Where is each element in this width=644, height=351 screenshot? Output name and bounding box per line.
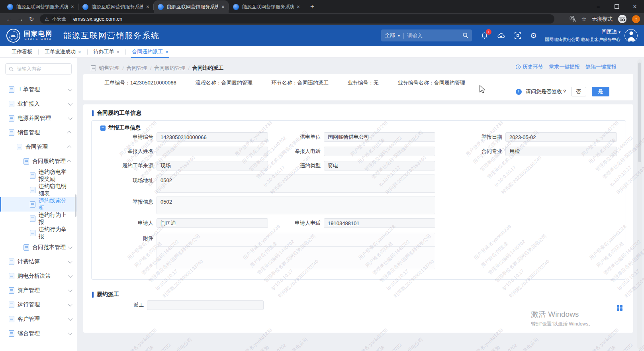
field-input[interactable]: 闫匡迪 xyxy=(157,218,268,228)
sidebar-item-销售管理[interactable]: 销售管理 xyxy=(0,125,77,140)
attachment-area[interactable] xyxy=(157,233,435,269)
field-textarea[interactable]: 0502 xyxy=(157,175,435,193)
form-field: 举报人电话 xyxy=(262,147,435,156)
field-input[interactable]: 2023-05-02 xyxy=(505,132,617,142)
gear-icon[interactable]: ⚙ xyxy=(530,32,537,39)
sidebar-item-违约行为上报[interactable]: 违约行为上报 xyxy=(0,212,77,226)
sidebar-item-计费结算[interactable]: 计费结算 xyxy=(0,255,77,269)
minimize-icon[interactable] xyxy=(589,0,607,13)
sidebar-item-合同管理[interactable]: 合同管理 xyxy=(0,140,77,154)
browser-tab[interactable]: 能源互联网营销服务系统 xyxy=(154,0,229,13)
page-tab[interactable]: 待办工单 xyxy=(88,46,126,57)
field-label: 违约类型 xyxy=(262,162,324,169)
page-tab-label: 工单发送成功 xyxy=(45,48,76,55)
security-warning-icon xyxy=(45,16,49,22)
back-icon[interactable] xyxy=(4,16,14,22)
maximize-icon[interactable] xyxy=(607,0,626,13)
toolbar-right: 无痕模式 xyxy=(570,14,640,24)
collapse-minus-icon[interactable] xyxy=(100,125,106,131)
field-input[interactable] xyxy=(324,147,435,156)
quick-link[interactable]: 缺陷一键提报 xyxy=(585,63,617,71)
chevron-down-icon xyxy=(68,288,72,292)
document-icon xyxy=(17,144,22,150)
sidebar-item-label: 业扩接入 xyxy=(18,100,40,108)
new-tab-button[interactable]: + xyxy=(307,2,317,12)
page-tab[interactable]: 工作看板 xyxy=(6,46,38,57)
reload-icon[interactable] xyxy=(26,16,37,23)
sidebar-item-客户管理[interactable]: 客户管理 xyxy=(0,312,77,326)
breadcrumb-item[interactable]: 合同履约管理 xyxy=(154,65,185,72)
tab-close-icon[interactable] xyxy=(165,49,168,55)
page-tab[interactable]: 合同违约派工 xyxy=(126,46,174,57)
report-workorder-group: 举报工单信息 申请编号1423050210000066供电单位国网临猗供电公司举… xyxy=(91,120,626,280)
sidebar-item-运行管理[interactable]: 运行管理 xyxy=(0,298,77,312)
document-icon xyxy=(30,173,35,179)
sidebar-item-购电分析决策[interactable]: 购电分析决策 xyxy=(0,269,77,283)
translate-icon[interactable] xyxy=(570,16,576,22)
incognito-icon[interactable] xyxy=(618,14,627,24)
field-input[interactable]: 1423050210000066 xyxy=(157,132,268,142)
yes-button[interactable]: 是 xyxy=(592,87,609,96)
user-block[interactable]: 闫匡迪 国网临猗供电公司 临猗县客户服务中心 xyxy=(545,28,621,43)
document-icon xyxy=(91,65,96,71)
field-input[interactable]: 国网临猗供电公司 xyxy=(324,132,435,142)
browser-tab[interactable]: 能源互联网营销服务系统 xyxy=(229,0,304,13)
sidebar-item-违约行为举报[interactable]: 违约行为举报 xyxy=(0,226,77,240)
no-button[interactable]: 否 xyxy=(571,87,586,96)
chevron-down-icon xyxy=(68,87,72,91)
sidebar-item-label: 合同管理 xyxy=(25,143,48,151)
tab-close-icon[interactable] xyxy=(71,4,74,10)
page-tab[interactable]: 工单发送成功 xyxy=(39,46,87,57)
incognito-label: 无痕模式 xyxy=(592,16,613,23)
tab-close-icon[interactable] xyxy=(146,4,149,10)
dispatch-input[interactable] xyxy=(147,300,264,310)
update-icon[interactable] xyxy=(632,15,640,23)
fullscreen-scan-icon[interactable] xyxy=(514,32,521,39)
breadcrumb-item[interactable]: 合同违约派工 xyxy=(192,65,223,72)
windows-activation-line2: 转到“设置”以激活 Windows。 xyxy=(531,321,593,327)
quick-link[interactable]: 历史环节 xyxy=(515,63,543,71)
sidebar-item-违约窃电明细表[interactable]: 违约窃电明细表 xyxy=(0,183,77,197)
field-input[interactable] xyxy=(157,147,268,156)
sidebar-search-input[interactable] xyxy=(16,66,68,72)
chevron-down-icon xyxy=(619,30,621,34)
bell-icon[interactable]: 1 xyxy=(481,32,488,39)
sidebar-item-综合管理[interactable]: 综合管理 xyxy=(0,326,77,341)
cloud-sync-icon[interactable] xyxy=(497,32,505,39)
page-scrollbar[interactable] xyxy=(637,59,642,349)
field-input[interactable]: 现场 xyxy=(157,161,268,171)
sidebar-item-合同范本管理[interactable]: 合同范本管理 xyxy=(0,240,77,255)
tab-close-icon[interactable] xyxy=(78,49,81,55)
browser-tab[interactable]: 能源互联网营销服务系统 xyxy=(3,0,78,13)
breadcrumb-item[interactable]: 销售管理 xyxy=(99,65,119,72)
tab-close-icon[interactable] xyxy=(297,4,300,10)
field-textarea[interactable]: 0502 xyxy=(157,196,435,214)
breadcrumb-item[interactable]: 合同管理 xyxy=(127,65,147,72)
field-input[interactable]: 19103488101 xyxy=(324,218,435,228)
sidebar-item-违约线索分析[interactable]: 违约线索分析 xyxy=(0,197,77,212)
search-icon[interactable] xyxy=(462,32,472,39)
tab-close-icon[interactable] xyxy=(221,4,225,10)
address-bar[interactable]: 不安全 emss.sx.sgcc.com.cn xyxy=(40,14,554,24)
browser-tab[interactable]: 能源互联网营销服务系统 xyxy=(78,0,153,13)
sidebar-item-合同履约管理[interactable]: 合同履约管理 xyxy=(0,154,77,169)
field-input[interactable]: 用检 xyxy=(505,147,617,156)
forward-icon[interactable] xyxy=(15,16,25,22)
grid-widget-icon[interactable] xyxy=(617,305,622,311)
bookmark-star-icon[interactable] xyxy=(581,16,587,23)
sidebar-item-违约窃电举报奖励[interactable]: 违约窃电举报奖励 xyxy=(0,169,77,183)
sidebar-item-电源并网管理[interactable]: 电源并网管理 xyxy=(0,111,77,125)
sidebar-scrollbar-thumb[interactable] xyxy=(75,194,76,217)
form-field: 举报人姓名 xyxy=(92,147,268,156)
avatar[interactable] xyxy=(624,29,638,42)
page-scrollbar-thumb[interactable] xyxy=(638,63,641,162)
sidebar-item-业扩接入[interactable]: 业扩接入 xyxy=(0,97,77,111)
close-icon[interactable] xyxy=(626,0,644,13)
search-input[interactable] xyxy=(404,33,462,39)
search-scope-select[interactable]: 全部 xyxy=(381,32,403,39)
sidebar-item-资产管理[interactable]: 资产管理 xyxy=(0,283,77,298)
quick-link[interactable]: 需求一键提报 xyxy=(549,63,580,71)
tab-close-icon[interactable] xyxy=(117,49,120,55)
field-input[interactable]: 窃电 xyxy=(324,161,435,171)
sidebar-item-工单管理[interactable]: 工单管理 xyxy=(0,82,77,97)
